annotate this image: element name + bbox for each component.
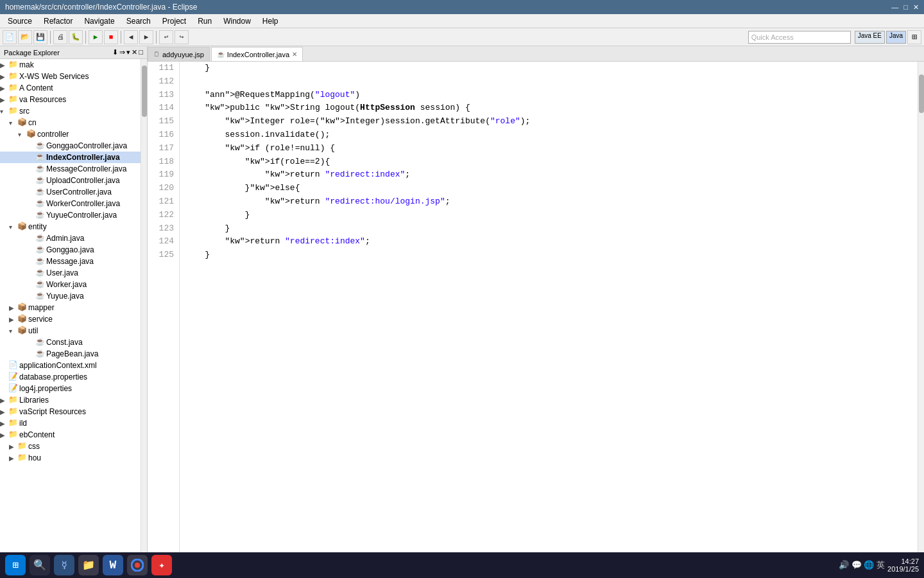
explorer-item-ebContent[interactable]: ▶📁ebContent <box>0 429 141 441</box>
explorer-menu[interactable]: ▾ <box>126 48 130 57</box>
menu-window[interactable]: Window <box>218 15 256 27</box>
explorer-scrollbar[interactable] <box>141 59 147 563</box>
toolbar-run[interactable]: ▶ <box>89 30 103 44</box>
tree-icon: 📦 <box>17 314 27 324</box>
explorer-item-Messagejava[interactable]: ☕Message.java <box>0 256 141 267</box>
taskbar-chrome[interactable] <box>127 555 148 575</box>
close-button[interactable]: ✕ <box>913 3 919 12</box>
tree-icon: ☕ <box>35 291 45 301</box>
toolbar-undo[interactable]: ↩ <box>159 30 173 44</box>
minimize-button[interactable]: — <box>891 3 898 12</box>
menu-help[interactable]: Help <box>257 15 284 27</box>
explorer-close[interactable]: ✕ <box>132 48 137 57</box>
tree-label: va Resources <box>19 95 66 104</box>
explorer-item-hou[interactable]: ▶📁hou <box>0 452 141 464</box>
toolbar-print[interactable]: 🖨 <box>53 30 67 44</box>
tab-indexcontroller[interactable]: ☕ IndexController.java ✕ <box>211 47 303 61</box>
explorer-item-util[interactable]: ▾📦util <box>0 325 141 337</box>
explorer-item-AContent[interactable]: ▶📁A Content <box>0 82 141 94</box>
code-content[interactable]: } "ann">@RequestMapping("logout") "kw">p… <box>180 62 918 563</box>
toolbar-prev[interactable]: ◀ <box>124 30 138 44</box>
toolbar-debug[interactable]: 🐛 <box>69 30 83 44</box>
explorer-item-log4jproperties[interactable]: 📝log4j.properties <box>0 383 141 394</box>
taskbar-search[interactable]: 🔍 <box>30 555 50 575</box>
tree-icon: 📦 <box>17 302 27 313</box>
open-perspective-btn[interactable]: ⊞ <box>907 30 921 44</box>
tab-close-icon[interactable]: ✕ <box>292 51 297 58</box>
code-line-115: "kw">Integer role=("kw">Integer)session.… <box>185 115 912 128</box>
explorer-item-vaScriptResources[interactable]: ▶📁vaScript Resources <box>0 406 141 417</box>
explorer-max[interactable]: □ <box>139 48 143 57</box>
menu-navigate[interactable]: Navigate <box>79 15 119 27</box>
explorer-item-GonggaoControllerjava[interactable]: ☕GonggaoController.java <box>0 140 141 152</box>
taskbar-file-manager[interactable]: 📁 <box>78 555 99 575</box>
menu-refactor[interactable]: Refactor <box>38 15 78 27</box>
toolbar-next[interactable]: ▶ <box>139 30 153 44</box>
menu-search[interactable]: Search <box>121 15 156 27</box>
toolbar-redo[interactable]: ↪ <box>175 30 189 44</box>
tree-label: GonggaoController.java <box>46 141 127 150</box>
taskbar-word[interactable]: W <box>103 555 123 575</box>
toolbar-new[interactable]: 📄 <box>3 30 17 44</box>
explorer-item-YuyueControllerjava[interactable]: ☕YuyueController.java <box>0 209 141 221</box>
editor-area: 🗒 addyuyue.jsp ☕ IndexController.java ✕ … <box>148 46 924 563</box>
start-button[interactable]: ⊞ <box>5 555 26 575</box>
explorer-item-Constjava[interactable]: ☕Const.java <box>0 337 141 348</box>
explorer-item-mak[interactable]: ▶📁mak <box>0 59 141 71</box>
explorer-collapse-all[interactable]: ⬇ <box>112 48 118 57</box>
explorer-item-Workerjava[interactable]: ☕Worker.java <box>0 279 141 290</box>
explorer-item-mapper[interactable]: ▶📦mapper <box>0 302 141 313</box>
tree-label: PageBean.java <box>46 349 98 358</box>
editor-scrollbar-v[interactable] <box>918 62 924 563</box>
tree-icon: 📝 <box>8 372 18 382</box>
tree-icon: 📁 <box>8 395 18 405</box>
explorer-item-Yuyuejava[interactable]: ☕Yuyue.java <box>0 290 141 302</box>
explorer-item-PageBeanjava[interactable]: ☕PageBean.java <box>0 348 141 360</box>
explorer-item-IndexControllerjava[interactable]: ☕IndexController.java <box>0 152 141 163</box>
explorer-item-UploadControllerjava[interactable]: ☕UploadController.java <box>0 175 141 186</box>
toolbar-save[interactable]: 💾 <box>33 30 47 44</box>
java-ee-perspective[interactable]: Java EE <box>855 31 885 44</box>
tree-label: database.properties <box>19 372 87 381</box>
explorer-item-src[interactable]: ▾📁src <box>0 105 141 117</box>
menu-source[interactable]: Source <box>3 15 37 27</box>
explorer-item-MessageControllerjava[interactable]: ☕MessageController.java <box>0 163 141 175</box>
explorer-item-XWSWebServices[interactable]: ▶📁X-WS Web Services <box>0 71 141 82</box>
tree-icon: ☕ <box>35 245 45 255</box>
taskbar-app[interactable]: ✦ <box>151 555 172 575</box>
explorer-item-css[interactable]: ▶📁css <box>0 441 141 452</box>
taskbar-eclipse[interactable]: ☿ <box>54 555 74 575</box>
maximize-button[interactable]: □ <box>903 3 908 12</box>
tree-label: Message.java <box>46 257 94 266</box>
toolbar-stop[interactable]: ■ <box>104 30 118 44</box>
tree-icon: 📦 <box>17 222 27 232</box>
tab-addyuyue[interactable]: 🗒 addyuyue.jsp <box>148 47 210 61</box>
explorer-item-Adminjava[interactable]: ☕Admin.java <box>0 232 141 244</box>
explorer-item-service[interactable]: ▶📦service <box>0 313 141 325</box>
toolbar-open[interactable]: 📂 <box>18 30 32 44</box>
explorer-item-Userjava[interactable]: ☕User.java <box>0 267 141 279</box>
explorer-item-cn[interactable]: ▾📦cn <box>0 117 141 128</box>
explorer-item-Libraries[interactable]: ▶📁Libraries <box>0 394 141 406</box>
title-bar-controls[interactable]: — □ ✕ <box>891 3 919 12</box>
explorer-item-ild[interactable]: ▶📁ild <box>0 417 141 429</box>
explorer-item-vaResources[interactable]: ▶📁va Resources <box>0 94 141 105</box>
explorer-item-Gonggaojava[interactable]: ☕Gonggao.java <box>0 244 141 256</box>
explorer-link-editor[interactable]: ⇒ <box>119 48 125 57</box>
taskbar-system-tray: 🔊 💬 🌐 英 <box>839 559 885 571</box>
menu-project[interactable]: Project <box>157 15 191 27</box>
explorer-item-controller[interactable]: ▾📦controller <box>0 128 141 140</box>
quick-access-input[interactable]: Quick Access <box>748 31 851 44</box>
tree-icon: ☕ <box>35 233 45 243</box>
tree-icon: 📁 <box>8 71 18 82</box>
explorer-item-UserControllerjava[interactable]: ☕UserController.java <box>0 186 141 198</box>
explorer-item-databaseproperties[interactable]: 📝database.properties <box>0 371 141 383</box>
menu-run[interactable]: Run <box>193 15 217 27</box>
explorer-item-applicationContextxml[interactable]: 📄applicationContext.xml <box>0 360 141 371</box>
main-layout: Package Explorer ⬇ ⇒ ▾ ✕ □ ▶📁mak▶📁X-WS W… <box>0 46 924 563</box>
tree-label: Libraries <box>19 396 49 405</box>
explorer-item-entity[interactable]: ▾📦entity <box>0 221 141 232</box>
explorer-header: Package Explorer ⬇ ⇒ ▾ ✕ □ <box>0 46 147 59</box>
java-perspective[interactable]: Java <box>886 31 906 44</box>
explorer-item-WorkerControllerjava[interactable]: ☕WorkerController.java <box>0 198 141 209</box>
